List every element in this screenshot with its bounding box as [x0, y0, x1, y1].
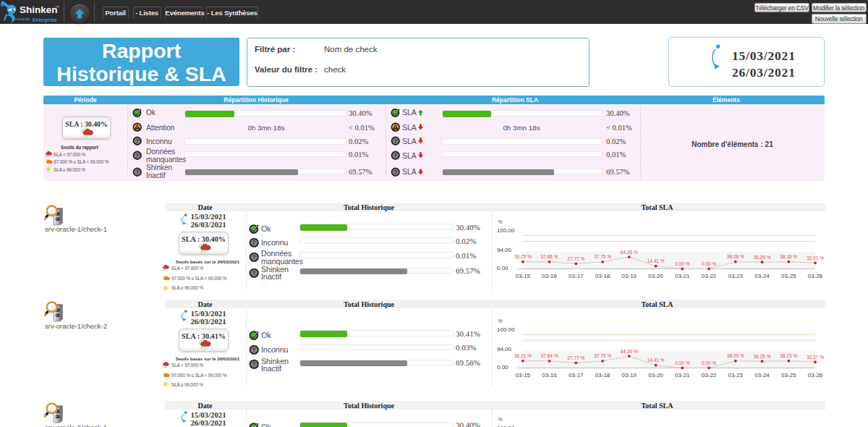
svg-text:0.00 %: 0.00 %: [675, 261, 689, 266]
svg-text:?: ?: [394, 138, 397, 145]
svg-text:03-19: 03-19: [622, 272, 637, 279]
svg-text:14.41 %: 14.41 %: [647, 258, 665, 263]
svg-text:37.86 %: 37.86 %: [541, 254, 558, 259]
svg-text:100.00: 100.00: [497, 227, 515, 233]
svg-text:0.00 %: 0.00 %: [675, 360, 689, 365]
svg-text:38.25 %: 38.25 %: [514, 254, 532, 259]
svg-text:03-21: 03-21: [675, 272, 690, 279]
svg-text:?: ?: [136, 138, 139, 145]
svg-text:03-20: 03-20: [648, 272, 663, 279]
svg-text:0.00: 0.00: [497, 364, 509, 371]
svg-text:64.26 %: 64.26 %: [621, 249, 638, 254]
svg-text:0.00: 0.00: [497, 264, 509, 271]
svg-text:?: ?: [394, 152, 397, 158]
svg-text:03-17: 03-17: [569, 272, 584, 279]
svg-text:03-25: 03-25: [781, 272, 796, 279]
svg-text:03-15: 03-15: [516, 272, 531, 279]
svg-text:100.00: 100.00: [497, 425, 515, 427]
svg-text:?: ?: [252, 253, 255, 261]
svg-text:38.23 %: 38.23 %: [780, 353, 797, 358]
svg-text:38.16 %: 38.16 %: [780, 254, 797, 259]
svg-text:03-26: 03-26: [808, 272, 823, 279]
svg-text:94.00: 94.00: [497, 346, 512, 352]
svg-text:03-15: 03-15: [516, 372, 531, 379]
svg-text:37.75 %: 37.75 %: [594, 353, 611, 358]
svg-text:03-25: 03-25: [781, 372, 796, 379]
svg-text:03-16: 03-16: [542, 372, 557, 379]
svg-text:100.00: 100.00: [497, 326, 515, 333]
svg-text:0.00 %: 0.00 %: [702, 360, 716, 365]
svg-text:36.25 %: 36.25 %: [754, 254, 771, 259]
svg-text:27.77 %: 27.77 %: [567, 255, 584, 261]
svg-text:03-23: 03-23: [728, 272, 744, 279]
svg-text:03-18: 03-18: [595, 372, 610, 379]
svg-text:?: ?: [252, 269, 255, 276]
svg-text:94.00: 94.00: [497, 246, 512, 253]
svg-text:?: ?: [136, 152, 139, 158]
svg-text:03-24: 03-24: [754, 272, 770, 279]
svg-text:03-24: 03-24: [754, 372, 770, 379]
svg-text:?: ?: [136, 169, 139, 175]
svg-text:?: ?: [252, 346, 255, 353]
svg-text:38.00 %: 38.00 %: [727, 353, 744, 358]
svg-text:14.41 %: 14.41 %: [647, 358, 665, 363]
svg-text:?: ?: [252, 361, 255, 368]
svg-text:?: ?: [394, 169, 397, 175]
svg-text:0.00 %: 0.00 %: [702, 261, 716, 266]
svg-text:03-19: 03-19: [622, 372, 637, 379]
svg-text:38.08 %: 38.08 %: [727, 254, 744, 259]
svg-text:27.77 %: 27.77 %: [567, 355, 584, 360]
svg-text:%: %: [498, 219, 503, 225]
svg-text:03-23: 03-23: [728, 372, 744, 379]
svg-text:03-21: 03-21: [675, 372, 690, 379]
svg-text:03-26: 03-26: [808, 372, 823, 379]
svg-text:37.84 %: 37.84 %: [541, 353, 558, 358]
svg-text:03-17: 03-17: [569, 372, 584, 379]
svg-text:38.21 %: 38.21 %: [514, 353, 532, 358]
svg-text:64.20 %: 64.20 %: [621, 349, 638, 354]
svg-text:%: %: [498, 416, 503, 423]
svg-text:%: %: [498, 318, 503, 324]
svg-text:36.25 %: 36.25 %: [754, 354, 771, 359]
svg-text:37.75 %: 37.75 %: [594, 254, 611, 259]
svg-text:?: ?: [252, 239, 255, 246]
svg-text:03-20: 03-20: [648, 372, 663, 379]
svg-text:03-22: 03-22: [702, 272, 717, 279]
svg-text:03-18: 03-18: [595, 272, 610, 279]
svg-text:03-16: 03-16: [542, 272, 557, 279]
svg-text:32.01 %: 32.01 %: [807, 255, 824, 260]
svg-text:32.07 %: 32.07 %: [807, 355, 824, 360]
svg-text:03-22: 03-22: [702, 372, 717, 379]
